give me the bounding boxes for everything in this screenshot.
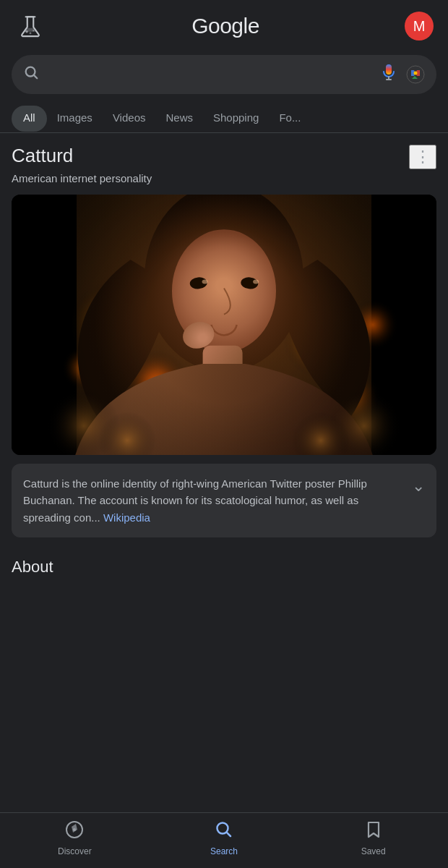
svg-point-0 <box>25 30 28 33</box>
lens-icon[interactable] <box>406 65 425 84</box>
search-bar: catturd <box>12 55 436 94</box>
svg-point-2 <box>33 30 34 31</box>
header: Google M <box>0 0 448 49</box>
main-content: Catturd ⋮ American internet personality … <box>0 133 448 649</box>
tab-images[interactable]: Images <box>47 104 103 133</box>
expand-button[interactable]: ⌄ <box>412 477 425 495</box>
search-bar-container: catturd <box>0 49 448 104</box>
description-text: Catturd is the online identity of right-… <box>23 475 405 526</box>
search-icon <box>23 64 39 85</box>
knowledge-subtitle: American internet personality <box>12 172 436 184</box>
tab-videos[interactable]: Videos <box>103 104 156 133</box>
knowledge-image <box>12 195 436 455</box>
svg-point-1 <box>30 33 32 35</box>
search-nav-label: Search <box>210 846 238 856</box>
tab-all[interactable]: All <box>12 106 47 132</box>
description-box: Catturd is the online identity of right-… <box>12 464 436 537</box>
discover-label: Discover <box>58 846 92 856</box>
knowledge-image-container[interactable] <box>12 195 436 455</box>
bottom-nav: Discover Search Saved <box>0 812 448 868</box>
description-body: Catturd is the online identity of right-… <box>23 477 367 524</box>
knowledge-title: Catturd <box>12 145 73 167</box>
tab-shopping[interactable]: Shopping <box>203 104 269 133</box>
google-wordmark: Google <box>191 14 259 38</box>
labs-icon[interactable] <box>14 10 46 42</box>
saved-icon <box>365 820 382 843</box>
nav-saved[interactable]: Saved <box>298 820 448 856</box>
more-options-button[interactable]: ⋮ <box>409 145 436 169</box>
svg-point-9 <box>73 828 76 831</box>
svg-line-4 <box>34 75 37 78</box>
mic-icon[interactable] <box>380 64 397 85</box>
about-title: About <box>12 558 436 576</box>
tab-news[interactable]: News <box>155 104 203 133</box>
nav-discover[interactable]: Discover <box>0 820 150 856</box>
about-section: About <box>12 552 436 591</box>
search-input[interactable]: catturd <box>48 67 371 82</box>
knowledge-title-row: Catturd ⋮ <box>12 145 436 169</box>
tab-more[interactable]: Fo... <box>269 104 311 133</box>
search-nav-icon <box>215 820 233 843</box>
svg-point-8 <box>414 72 418 75</box>
avatar[interactable]: M <box>405 12 434 41</box>
filter-tabs: All Images Videos News Shopping Fo... <box>0 104 448 133</box>
wikipedia-link[interactable]: Wikipedia <box>103 511 150 524</box>
nav-search[interactable]: Search <box>150 820 299 856</box>
discover-icon <box>65 820 84 843</box>
svg-line-11 <box>227 833 231 836</box>
saved-label: Saved <box>361 846 386 856</box>
